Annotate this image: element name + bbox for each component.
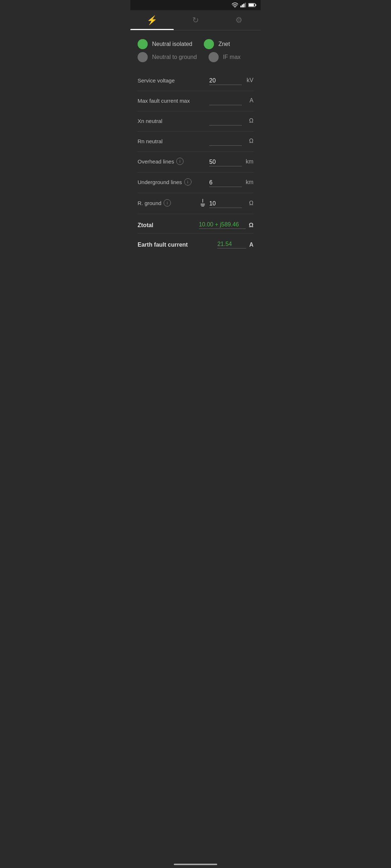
r-ground-unit: Ω: [245, 200, 253, 208]
rn-neutral-label: Rn neutral: [138, 138, 206, 146]
svg-rect-6: [255, 4, 256, 6]
ztotal-label: Ztotal: [138, 222, 196, 229]
r-ground-info-icon[interactable]: i: [164, 199, 171, 207]
tab-settings[interactable]: ⚙: [217, 10, 261, 30]
bolt-icon: ⚡: [147, 15, 157, 25]
status-bar: [130, 0, 261, 10]
battery-icon: [248, 3, 256, 7]
r-ground-input[interactable]: [209, 200, 242, 208]
neutral-to-ground-option[interactable]: Neutral to ground: [138, 52, 197, 62]
service-voltage-input[interactable]: [209, 77, 242, 85]
max-fault-current-unit: A: [245, 97, 253, 105]
max-fault-current-input[interactable]: [209, 97, 242, 105]
ztotal-unit: Ω: [249, 222, 253, 229]
neutral-isolated-option[interactable]: Neutral isolated: [138, 39, 192, 49]
xn-neutral-row: Xn neutral Ω: [138, 111, 253, 132]
radio-group-row2: Neutral to ground IF max: [138, 52, 253, 62]
overhead-lines-input[interactable]: [209, 158, 242, 166]
overhead-lines-label: Overhead lines i: [138, 158, 206, 166]
znet-option[interactable]: Znet: [204, 39, 230, 49]
underground-lines-unit: km: [245, 179, 253, 187]
earth-fault-current-label: Earth fault current: [138, 242, 214, 248]
neutral-isolated-dot: [138, 39, 148, 49]
xn-neutral-input[interactable]: [209, 117, 242, 125]
underground-lines-input[interactable]: [209, 179, 242, 187]
ground-symbol-icon: [201, 199, 205, 208]
xn-neutral-label: Xn neutral: [138, 118, 206, 125]
neutral-isolated-label: Neutral isolated: [152, 41, 192, 47]
overhead-lines-info-icon[interactable]: i: [176, 158, 184, 165]
tab-history[interactable]: ↻: [174, 10, 217, 30]
if-max-label: IF max: [223, 54, 241, 60]
neutral-to-ground-dot: [138, 52, 148, 62]
earth-fault-current-value: 21.54: [217, 241, 246, 248]
svg-rect-7: [249, 4, 254, 6]
service-voltage-unit: kV: [245, 77, 253, 85]
overhead-lines-unit: km: [245, 158, 253, 166]
underground-lines-row: Underground lines i km: [138, 173, 253, 193]
service-voltage-row: Service voltage kV: [138, 71, 253, 91]
results-section: Ztotal 10.00 + j589.46 Ω Earth fault cur…: [138, 214, 253, 263]
settings-icon: ⚙: [235, 16, 243, 25]
max-fault-current-row: Max fault current max A: [138, 91, 253, 111]
ztotal-value: 10.00 + j589.46: [199, 221, 246, 229]
wifi-icon: [232, 3, 238, 8]
max-fault-current-label: Max fault current max: [138, 98, 206, 105]
radio-group-row1: Neutral isolated Znet: [138, 39, 253, 49]
rn-neutral-unit: Ω: [245, 138, 253, 146]
rn-neutral-input[interactable]: [209, 137, 242, 146]
znet-label: Znet: [218, 41, 230, 47]
signal-icon: [240, 3, 246, 8]
tab-bar: ⚡ ↻ ⚙: [130, 10, 261, 30]
service-voltage-label: Service voltage: [138, 77, 206, 85]
svg-rect-3: [243, 4, 244, 7]
earth-fault-current-unit: A: [249, 242, 253, 248]
form-section: Service voltage kV Max fault current max…: [138, 71, 253, 214]
svg-rect-4: [245, 3, 246, 8]
svg-rect-1: [240, 6, 241, 8]
xn-neutral-unit: Ω: [245, 118, 253, 125]
refresh-icon: ↻: [192, 16, 199, 25]
if-max-dot: [209, 52, 219, 62]
r-ground-row: R. ground i Ω: [138, 193, 253, 214]
tab-active-indicator: [130, 29, 174, 30]
main-content: Neutral isolated Znet Neutral to ground …: [130, 30, 261, 272]
if-max-option[interactable]: IF max: [209, 52, 241, 62]
underground-lines-label: Underground lines i: [138, 178, 206, 187]
r-ground-label: R. ground i: [138, 199, 198, 208]
overhead-lines-row: Overhead lines i km: [138, 152, 253, 173]
ztotal-row: Ztotal 10.00 + j589.46 Ω: [138, 214, 253, 234]
tab-calculator[interactable]: ⚡: [130, 10, 174, 30]
svg-rect-2: [242, 4, 243, 7]
neutral-to-ground-label: Neutral to ground: [152, 54, 197, 60]
underground-lines-info-icon[interactable]: i: [184, 178, 192, 186]
znet-dot: [204, 39, 214, 49]
earth-fault-current-row: Earth fault current 21.54 A: [138, 234, 253, 263]
rn-neutral-row: Rn neutral Ω: [138, 132, 253, 152]
svg-point-0: [235, 7, 235, 8]
